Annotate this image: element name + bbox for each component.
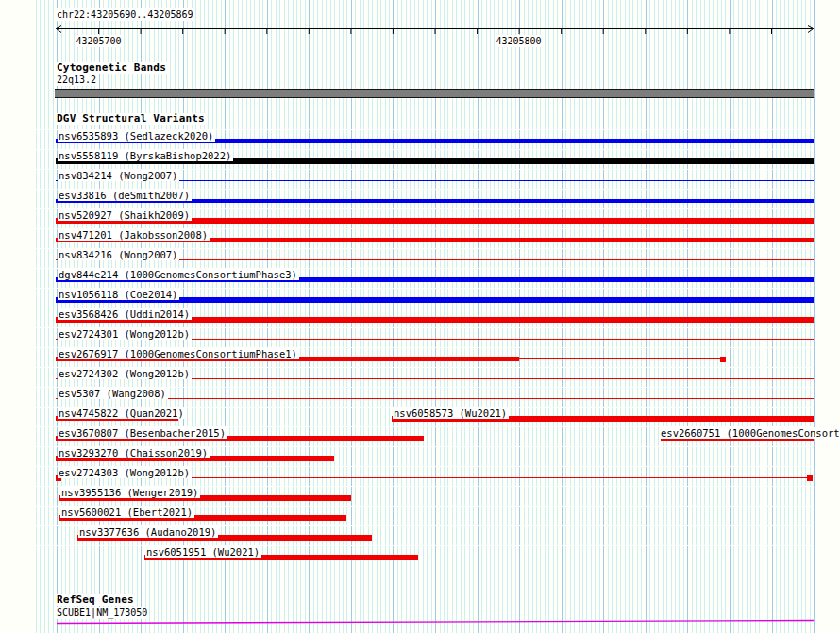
variant-row: esv2676917 (1000GenomesConsortiumPhase1) [34, 347, 840, 367]
cytobands-track-header: Cytogenetic Bands [56, 62, 168, 74]
variant-row: nsv1056118 (Coe2014) [34, 288, 840, 308]
variant-label[interactable]: dgv844e214 (1000GenomesConsortiumPhase3) [58, 269, 299, 280]
variant-row: nsv834216 (Wong2007) [34, 248, 840, 268]
variant-row: esv5307 (Wang2008) [34, 387, 840, 407]
refseq-track-header: RefSeq Genes [56, 594, 136, 606]
cytoband-label: 22q13.2 [56, 74, 98, 86]
variant-row: esv2724303 (Wong2012b) [34, 466, 840, 486]
variant-row: nsv3955136 (Wenger2019) [34, 486, 840, 506]
variant-row: nsv4745822 (Quan2021)nsv6058573 (Wu2021) [34, 407, 840, 426]
variant-label[interactable]: nsv3293270 (Chaisson2019) [58, 447, 210, 458]
variant-row: nsv5558119 (ByrskaBishop2022) [34, 149, 840, 169]
variant-label[interactable]: nsv6535893 (Sedlazeck2020) [58, 130, 215, 142]
variant-label[interactable]: nsv471201 (Jakobsson2008) [58, 229, 210, 241]
variant-label[interactable]: nsv3955136 (Wenger2019) [60, 487, 200, 498]
variant-label[interactable]: esv2676917 (1000GenomesConsortiumPhase1) [58, 348, 299, 359]
variant-label[interactable]: esv2724302 (Wong2012b) [58, 368, 192, 379]
region-title: chr22:43205690..43205869 [56, 8, 195, 21]
variant-row: nsv471201 (Jakobsson2008) [34, 228, 840, 248]
variant-label[interactable]: esv5307 (Wang2008) [58, 388, 168, 399]
variant-row: dgv844e214 (1000GenomesConsortiumPhase3) [34, 268, 840, 288]
variant-label[interactable]: esv3568426 (Uddin2014) [58, 308, 192, 320]
variant-label[interactable]: nsv5600021 (Ebert2021) [60, 507, 194, 518]
variant-label[interactable]: esv2660751 (1000GenomesConsortiu [660, 427, 840, 439]
variant-span-line[interactable] [519, 358, 720, 359]
variant-label[interactable]: nsv6051951 (Wu2021) [145, 546, 261, 558]
cytoband-bar[interactable] [55, 89, 814, 98]
variant-label[interactable]: nsv834214 (Wong2007) [58, 170, 179, 181]
variant-row: esv3568426 (Uddin2014) [34, 308, 840, 327]
genome-browser-panel: chr22:43205690..43205869 432057004320580… [0, 0, 840, 633]
variant-label[interactable]: nsv3377636 (Audano2019) [78, 526, 218, 538]
variant-endpoint-box[interactable] [807, 475, 813, 481]
variant-label[interactable]: nsv5558119 (ByrskaBishop2022) [58, 150, 233, 161]
variant-row: nsv3377636 (Audano2019) [34, 525, 840, 545]
variant-label[interactable]: nsv520927 (Shaikh2009) [58, 209, 192, 221]
variant-label[interactable]: nsv1056118 (Coe2014) [58, 289, 179, 300]
variant-label[interactable]: nsv6058573 (Wu2021) [393, 408, 509, 419]
variant-row: nsv5600021 (Ebert2021) [34, 506, 840, 525]
variant-row: esv2724301 (Wong2012b) [34, 327, 840, 347]
variant-row: nsv3293270 (Chaisson2019) [34, 446, 840, 466]
ruler-tick-label: 43205700 [75, 35, 123, 47]
refseq-gene-label[interactable]: SCUBE1|NM_173050 [56, 607, 149, 619]
variant-row: esv3670807 (Besenbacher2015)esv2660751 (… [34, 426, 840, 446]
variant-label[interactable]: nsv4745822 (Quan2021) [58, 408, 186, 419]
variant-row: nsv834214 (Wong2007) [34, 169, 840, 189]
variant-row: nsv520927 (Shaikh2009) [34, 208, 840, 228]
variant-row: nsv6051951 (Wu2021) [34, 545, 840, 565]
variant-endpoint-box[interactable] [720, 357, 726, 362]
variant-label[interactable]: esv2724301 (Wong2012b) [58, 328, 192, 340]
variant-label[interactable]: nsv834216 (Wong2007) [58, 249, 179, 260]
variant-row: esv2724302 (Wong2012b) [34, 367, 840, 387]
ruler-tick-label: 43205800 [495, 35, 543, 47]
variant-label[interactable]: esv33816 (deSmith2007) [58, 190, 192, 201]
variant-span-line[interactable] [56, 398, 814, 399]
variant-row: nsv6535893 (Sedlazeck2020) [34, 129, 840, 149]
dgv-track-header: DGV Structural Variants [56, 113, 207, 125]
variant-row: esv33816 (deSmith2007) [34, 189, 840, 208]
variant-label[interactable]: esv3670807 (Besenbacher2015) [58, 427, 227, 439]
variant-label[interactable]: esv2724303 (Wong2012b) [58, 467, 192, 478]
